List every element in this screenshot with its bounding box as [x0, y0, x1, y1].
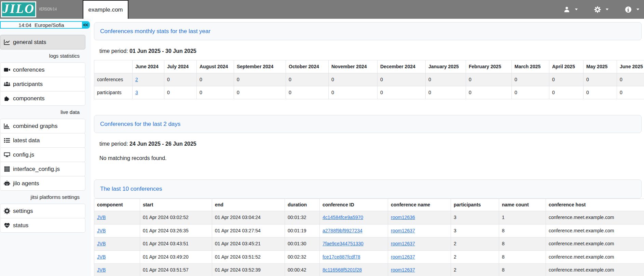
version-label: VERSION 0.4 [39, 7, 57, 12]
list-icon [4, 137, 10, 144]
top-bar: JILO VERSION 0.4 example.com [0, 0, 644, 19]
table-link[interactable]: JVB [97, 267, 106, 273]
sidebar-collapse-button[interactable]: << [82, 22, 89, 28]
cell: 8 [499, 224, 546, 237]
table-row: JVB01 Apr 2024 03:02:5201 Apr 2024 03:04… [94, 211, 644, 224]
table-row: conferences2000000000000 [94, 73, 644, 86]
table-link[interactable]: room12636 [391, 215, 415, 220]
cell: 2 [451, 237, 499, 251]
section-header: Conferences for the last 2 days [94, 115, 642, 133]
empty-message: No matching records found. [94, 155, 644, 162]
time-widget: 14:04 Europe/Sofia << [0, 21, 90, 29]
table-link[interactable]: 3 [135, 90, 138, 95]
data-table: June 2024July 2024August 2024September 2… [94, 60, 644, 99]
tab-platform[interactable]: example.com [83, 0, 128, 19]
sidebar-item-general-stats[interactable]: general stats [0, 35, 85, 49]
cell: 01 Apr 2024 03:51:52 [212, 250, 285, 264]
section-title-link[interactable]: The last 10 conferences [100, 186, 162, 192]
sidebar-item-combined-graphs[interactable]: combined graphs [0, 119, 85, 133]
top-menu-info[interactable] [625, 6, 640, 13]
top-menu-user[interactable] [563, 6, 578, 13]
table-link[interactable]: a2788f9bf9927234 [323, 228, 362, 233]
column-header: June 2024 [133, 60, 164, 73]
sidebar-item-conferences[interactable]: conferences [0, 62, 85, 77]
cell: 2 [451, 264, 499, 276]
sidebar-item-label: general stats [13, 39, 46, 46]
sidebar-item-label: conferences [13, 67, 45, 73]
column-header: name count [499, 199, 546, 211]
table-link[interactable]: JVB [97, 228, 106, 233]
column-header: November 2024 [329, 60, 378, 73]
sidebar-item-components[interactable]: components [0, 91, 85, 106]
timezone-value: Europe/Sofia [35, 22, 64, 28]
cell: 3 [451, 224, 499, 237]
cell: JVB [94, 211, 140, 224]
cell: 01 Apr 2024 03:26:35 [140, 224, 212, 237]
robot-icon [4, 180, 10, 187]
column-header: duration [285, 199, 320, 211]
section-title-link[interactable]: Conferences for the last 2 days [100, 121, 180, 128]
top-menu-gear[interactable] [594, 6, 609, 13]
display-icon [4, 151, 10, 158]
cell: 01 Apr 2024 03:43:51 [140, 237, 212, 251]
cell: room12637 [388, 237, 451, 251]
table-link[interactable]: room12637 [391, 241, 415, 246]
column-header: April 2025 [549, 60, 584, 73]
table-link[interactable]: JVB [97, 215, 106, 220]
section-title-link[interactable]: Conferences monthly stats for the last y… [100, 28, 210, 35]
cell: 8 [499, 264, 546, 276]
sidebar-item-participants[interactable]: participants [0, 77, 85, 91]
cell: 01 Apr 2024 03:02:52 [140, 211, 212, 224]
column-header: March 2025 [512, 60, 549, 73]
sidebar-item-jilo-agents[interactable]: jilo agents [0, 176, 85, 191]
cell: 0 [286, 73, 329, 86]
cell: 0 [234, 73, 286, 86]
table-link[interactable]: JVB [97, 254, 106, 260]
time-display: 14:04 Europe/Sofia [1, 22, 82, 28]
sidebar-item-settings[interactable]: settings [0, 204, 85, 218]
cell: 0 [549, 86, 584, 99]
cell: 0 [426, 73, 466, 86]
table-link[interactable]: fce17ce887fcdf78 [323, 254, 360, 260]
cell: conference.meet.example.com [546, 250, 644, 264]
cell: 0 [329, 73, 378, 86]
cell: 00:00:42 [285, 264, 320, 276]
table-link[interactable]: 7fae9ce344751330 [323, 241, 364, 246]
cell: 0 [512, 73, 549, 86]
sidebar-group: logs statisticsconferencesparticipantsco… [0, 53, 85, 106]
cell: 0 [234, 86, 286, 99]
table-row: JVB01 Apr 2024 03:51:5701 Apr 2024 03:52… [94, 264, 644, 276]
sidebar-item-label: components [13, 95, 45, 102]
sidebar-item-status[interactable]: status [0, 218, 85, 233]
cell: 4c14584fce9a5970 [320, 211, 388, 224]
section-conferences-monthly-stats-for-the-last-year: Conferences monthly stats for the last y… [94, 22, 644, 99]
table-link[interactable]: 4c14584fce9a5970 [323, 215, 363, 220]
column-header: start [140, 199, 212, 211]
cell: 2 [451, 250, 499, 264]
table-link[interactable]: 8c116568f5201f28 [323, 267, 362, 273]
table-row: JVB01 Apr 2024 03:43:5101 Apr 2024 03:45… [94, 237, 644, 251]
table-link[interactable]: room12637 [391, 267, 415, 273]
column-header: conference ID [320, 199, 388, 211]
cell: 00:01:19 [285, 224, 320, 237]
data-table: componentstartenddurationconference IDco… [94, 199, 644, 276]
time-period: time period: 01 Jun 2025 - 30 Jun 2025 [94, 48, 644, 55]
cell: fce17ce887fcdf78 [320, 250, 388, 264]
cell: participants [94, 86, 133, 99]
chart-column-icon [4, 123, 10, 129]
table-link[interactable]: 2 [135, 77, 138, 82]
table-link[interactable]: JVB [97, 241, 106, 246]
gear-dark-icon [4, 208, 10, 214]
sidebar-item-interface-config-js[interactable]: interface_config.js [0, 162, 85, 176]
cell: 0 [466, 86, 512, 99]
column-header: May 2025 [584, 60, 617, 73]
cell: 01 Apr 2024 03:49:20 [140, 250, 212, 264]
info-icon [625, 6, 632, 13]
cell: conferences [94, 73, 133, 86]
sidebar-item-latest-data[interactable]: latest data [0, 133, 85, 148]
table-link[interactable]: room12637 [391, 254, 415, 260]
table-link[interactable]: room12637 [391, 228, 415, 233]
cell: room12637 [388, 250, 451, 264]
sidebar-item-config-js[interactable]: config.js [0, 147, 85, 162]
cell: conference.meet.example.com [546, 224, 644, 237]
